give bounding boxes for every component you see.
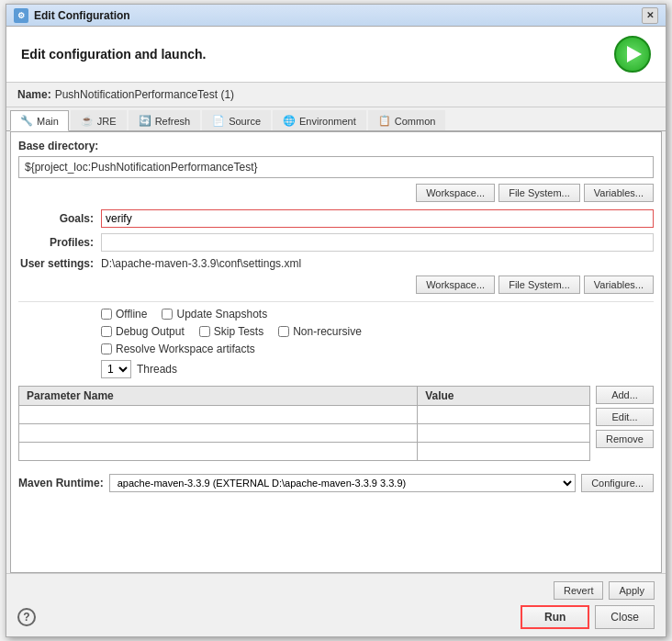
non-recursive-checkbox[interactable] [278, 326, 289, 337]
tabs: 🔧 Main ☕ JRE 🔄 Refresh 📄 Source 🌐 Enviro… [6, 107, 666, 131]
refresh-tab-icon: 🔄 [139, 115, 151, 127]
offline-checkbox[interactable] [101, 309, 112, 320]
tab-main[interactable]: 🔧 Main [10, 110, 69, 131]
table-row-empty-2 [19, 424, 590, 443]
base-directory-label: Base directory: [18, 140, 654, 152]
footer-top-btns: Revert Apply [17, 581, 655, 600]
threads-row: 1 2 4 Threads [18, 360, 654, 378]
resolve-workspace-checkbox[interactable] [101, 343, 112, 354]
profiles-input[interactable] [101, 233, 654, 252]
dialog: ⚙ Edit Configuration ✕ Edit configuratio… [6, 4, 666, 637]
skip-tests-checkbox[interactable] [199, 326, 210, 337]
user-settings-label: User settings: [18, 257, 101, 270]
table-cell-name [19, 406, 418, 424]
name-bar: Name: PushNotificationPerformanceTest (1… [6, 83, 666, 107]
divider-1 [18, 301, 654, 302]
table-area: Parameter Name Value [18, 386, 654, 467]
debug-output-label: Debug Output [116, 325, 185, 338]
variables-button-2[interactable]: Variables... [584, 276, 654, 294]
tab-main-label: Main [37, 116, 59, 127]
workspace-button-1[interactable]: Workspace... [416, 184, 495, 202]
update-snapshots-checkbox[interactable] [162, 309, 173, 320]
threads-select[interactable]: 1 2 4 [101, 360, 131, 378]
tab-common-label: Common [395, 116, 436, 127]
revert-button[interactable]: Revert [554, 581, 603, 600]
tab-source-label: Source [229, 116, 261, 127]
tab-environment-label: Environment [299, 116, 356, 127]
profiles-row: Profiles: [18, 233, 654, 252]
titlebar: ⚙ Edit Configuration ✕ [6, 5, 666, 27]
tab-refresh-label: Refresh [155, 116, 191, 127]
variables-button-1[interactable]: Variables... [584, 184, 654, 202]
skip-tests-checkbox-item[interactable]: Skip Tests [199, 325, 263, 338]
threads-label: Threads [137, 363, 177, 376]
tab-source[interactable]: 📄 Source [202, 110, 271, 130]
dialog-icon: ⚙ [14, 8, 28, 23]
titlebar-left: ⚙ Edit Configuration [14, 8, 130, 23]
goals-row: Goals: [18, 209, 654, 228]
footer: Revert Apply ? Run Close [6, 573, 666, 636]
table-cell-name-3 [19, 443, 418, 461]
non-recursive-label: Non-recursive [293, 325, 362, 338]
header-title: Edit configuration and launch. [21, 47, 206, 62]
table-buttons: Add... Edit... Remove [596, 386, 654, 467]
common-tab-icon: 📋 [378, 115, 391, 127]
jre-tab-icon: ☕ [81, 115, 94, 127]
close-button[interactable]: Close [595, 605, 655, 629]
param-value-col-header: Value [418, 387, 590, 406]
configure-button[interactable]: Configure... [581, 474, 654, 492]
tab-jre-label: JRE [97, 116, 117, 127]
tab-jre[interactable]: ☕ JRE [71, 110, 127, 130]
tab-refresh[interactable]: 🔄 Refresh [129, 110, 201, 130]
checkbox-row-3: Resolve Workspace artifacts [18, 343, 654, 355]
env-tab-icon: 🌐 [283, 115, 296, 127]
offline-checkbox-item[interactable]: Offline [101, 308, 147, 320]
run-icon-button[interactable] [614, 36, 651, 73]
debug-output-checkbox-item[interactable]: Debug Output [101, 325, 185, 338]
add-button[interactable]: Add... [596, 386, 654, 404]
table-cell-value [418, 406, 590, 424]
bottom-action-btns: Run Close [521, 605, 655, 629]
filesystem-button-1[interactable]: File System... [498, 184, 580, 202]
user-settings-btn-row: Workspace... File System... Variables... [18, 276, 654, 294]
goals-label: Goals: [18, 212, 101, 225]
resolve-workspace-checkbox-item[interactable]: Resolve Workspace artifacts [101, 343, 255, 355]
skip-tests-label: Skip Tests [214, 325, 263, 338]
table-cell-value-3 [418, 443, 590, 461]
workspace-button-2[interactable]: Workspace... [416, 276, 495, 294]
tab-common[interactable]: 📋 Common [368, 110, 446, 130]
base-directory-value: ${project_loc:PushNotificationPerformanc… [18, 156, 654, 178]
debug-output-checkbox[interactable] [101, 326, 112, 337]
edit-button[interactable]: Edit... [596, 408, 654, 426]
param-name-col-header: Parameter Name [19, 387, 418, 406]
help-button[interactable]: ? [17, 608, 36, 626]
main-tab-icon: 🔧 [20, 115, 33, 127]
name-value: PushNotificationPerformanceTest (1) [55, 88, 234, 101]
checkbox-row-1: Offline Update Snapshots [18, 308, 654, 320]
profiles-label: Profiles: [18, 236, 101, 249]
header: Edit configuration and launch. [6, 27, 666, 83]
checkbox-row-2: Debug Output Skip Tests Non-recursive [18, 325, 654, 338]
non-recursive-checkbox-item[interactable]: Non-recursive [278, 325, 362, 338]
update-snapshots-label: Update Snapshots [176, 308, 267, 320]
table-row-empty [19, 406, 590, 424]
update-snapshots-checkbox-item[interactable]: Update Snapshots [162, 308, 267, 320]
resolve-workspace-label: Resolve Workspace artifacts [116, 343, 255, 355]
offline-label: Offline [116, 308, 147, 320]
name-label: Name: [17, 88, 51, 101]
goals-input[interactable] [101, 209, 654, 228]
window-close-button[interactable]: ✕ [642, 7, 658, 24]
filesystem-button-2[interactable]: File System... [498, 276, 580, 294]
main-content: Base directory: ${project_loc:PushNotifi… [10, 131, 662, 573]
remove-button[interactable]: Remove [596, 430, 654, 448]
run-button[interactable]: Run [521, 605, 589, 629]
user-settings-row: User settings: D:\apache-maven-3.3.9\con… [18, 257, 654, 270]
tab-environment[interactable]: 🌐 Environment [273, 110, 366, 130]
footer-bottom: ? Run Close [17, 605, 655, 629]
table-cell-name-2 [19, 424, 418, 443]
base-directory-btn-row: Workspace... File System... Variables... [18, 184, 654, 202]
maven-runtime-select[interactable]: apache-maven-3.3.9 (EXTERNAL D:\apache-m… [109, 474, 576, 492]
apply-button[interactable]: Apply [609, 581, 655, 600]
play-triangle-icon [627, 46, 642, 62]
param-table: Parameter Name Value [18, 386, 590, 461]
